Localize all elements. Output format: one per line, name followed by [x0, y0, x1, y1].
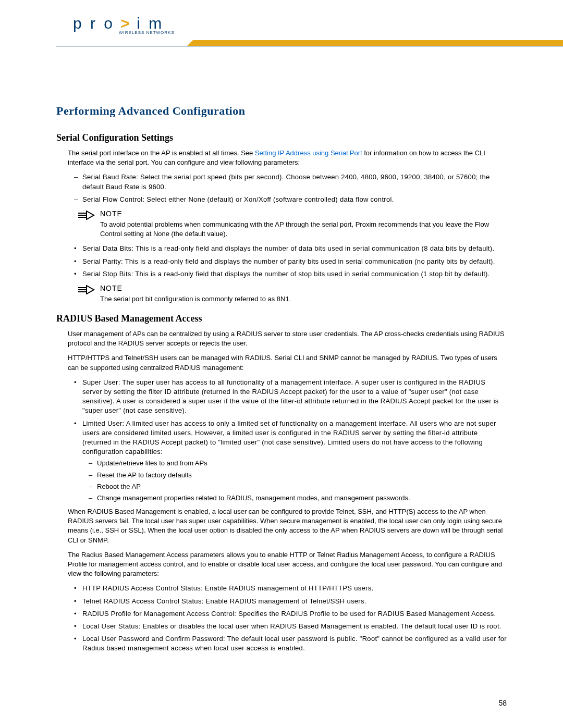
page-content: Performing Advanced Configuration Serial…	[0, 47, 563, 653]
radius-p4: The Radius Based Management Access param…	[68, 550, 507, 579]
page-header: p r o > i m WIRELESS NETWORKS	[0, 0, 563, 47]
serial-intro: The serial port interface on the AP is e…	[68, 149, 507, 167]
list-item: Local User Password and Confirm Password…	[68, 634, 507, 653]
list-item: Serial Flow Control: Select either None …	[68, 195, 507, 204]
limited-user-restrictions: Update/retrieve files to and from APs Re…	[82, 459, 507, 503]
serial-bullet-list: Serial Data Bits: This is a read-only fi…	[68, 244, 507, 279]
note-arrow-icon	[77, 211, 95, 222]
list-item: Serial Stop Bits: This is a read-only fi…	[68, 269, 507, 279]
list-item: HTTP RADIUS Access Control Status: Enabl…	[68, 584, 507, 593]
header-rule	[56, 46, 563, 46]
note-arrow-icon	[77, 285, 95, 297]
list-item: Reset the AP to factory defaults	[82, 471, 507, 480]
radius-heading: RADIUS Based Management Access	[56, 313, 507, 324]
note-label: NOTE	[100, 284, 507, 292]
serial-intro-pre: The serial port interface on the AP is e…	[68, 149, 255, 157]
note-text: The serial port bit configuration is com…	[100, 294, 507, 304]
radius-p3: When RADIUS Based Management is enabled,…	[68, 507, 507, 545]
note-label: NOTE	[100, 209, 507, 218]
list-item: Local User Status: Enables or disables t…	[68, 622, 507, 631]
list-item: Serial Parity: This is a read-only field…	[68, 257, 507, 266]
list-item: Change management properties related to …	[82, 493, 507, 503]
list-item: Telnet RADIUS Access Control Status: Ena…	[68, 597, 507, 606]
page-title: Performing Advanced Configuration	[56, 104, 507, 118]
list-item: Serial Data Bits: This is a read-only fi…	[68, 244, 507, 253]
serial-dash-list: Serial Baud Rate: Select the serial port…	[68, 172, 507, 204]
list-item: RADIUS Profile for Management Access Con…	[68, 609, 507, 619]
serial-heading: Serial Configuration Settings	[56, 132, 507, 143]
brand-tagline: WIRELESS NETWORKS	[119, 30, 175, 35]
serial-intro-link[interactable]: Setting IP Address using Serial Port	[255, 149, 362, 157]
note-text: To avoid potential problems when communi…	[100, 220, 507, 239]
list-item: Update/retrieve files to and from APs	[82, 459, 507, 468]
note-block: NOTE The serial port bit configuration i…	[77, 284, 507, 304]
radius-user-types: Super User: The super user has access to…	[68, 378, 507, 503]
brand-logo: p r o > i m WIRELESS NETWORKS	[73, 15, 164, 32]
radius-params-list: HTTP RADIUS Access Control Status: Enabl…	[68, 584, 507, 653]
list-item: Super User: The super user has access to…	[68, 378, 507, 416]
page-number: 58	[498, 699, 507, 707]
list-item: Reboot the AP	[82, 482, 507, 491]
note-block: NOTE To avoid potential problems when co…	[77, 209, 507, 239]
radius-p2: HTTP/HTTPS and Telnet/SSH users can be m…	[68, 353, 507, 372]
list-item: Limited User: A limited user has access …	[68, 419, 507, 503]
radius-p1: User management of APs can be centralize…	[68, 329, 507, 348]
list-item: Serial Baud Rate: Select the serial port…	[68, 172, 507, 191]
